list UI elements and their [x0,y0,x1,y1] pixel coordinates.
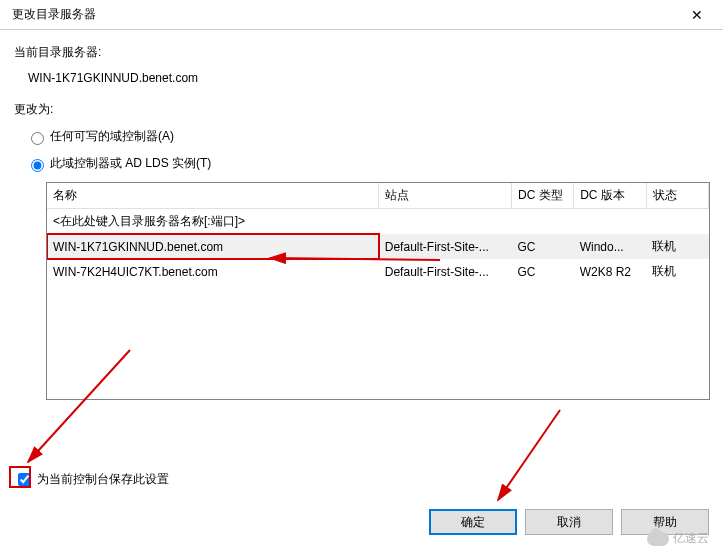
header-dctype[interactable]: DC 类型 [511,183,573,209]
header-dcver[interactable]: DC 版本 [574,183,647,209]
dialog-content: 当前目录服务器: WIN-1K71GKINNUD.benet.com 更改为: … [0,30,723,400]
change-to-label: 更改为: [14,101,709,118]
svg-line-2 [498,410,560,500]
current-server-value: WIN-1K71GKINNUD.benet.com [28,71,709,85]
window-title: 更改目录服务器 [12,6,96,23]
radio-any-label: 任何可写的域控制器(A) [50,128,174,145]
cell-dctype: GC [511,234,573,259]
table-row[interactable]: WIN-7K2H4UIC7KT.benet.com Default-First-… [47,259,709,284]
header-name[interactable]: 名称 [47,183,379,209]
cancel-button[interactable]: 取消 [525,509,613,535]
cell-site: Default-First-Site-... [379,259,512,284]
cell-name: WIN-7K2H4UIC7KT.benet.com [47,259,379,284]
dc-table: 名称 站点 DC 类型 DC 版本 状态 <在此处键入目录服务器名称[:端口]>… [47,183,709,284]
radio-any-input[interactable] [31,132,44,145]
cell-site: Default-First-Site-... [379,234,512,259]
input-row[interactable]: <在此处键入目录服务器名称[:端口]> [47,209,709,235]
header-status[interactable]: 状态 [646,183,708,209]
table-row[interactable]: WIN-1K71GKINNUD.benet.com Default-First-… [47,234,709,259]
radio-this-input[interactable] [31,159,44,172]
help-button[interactable]: 帮助 [621,509,709,535]
cell-status: 联机 [646,259,708,284]
radio-any-writable-dc[interactable]: 任何可写的域控制器(A) [26,128,709,145]
save-setting-input[interactable] [18,473,31,486]
save-setting-label: 为当前控制台保存此设置 [37,471,169,488]
cell-status: 联机 [646,234,708,259]
cell-name: WIN-1K71GKINNUD.benet.com [47,234,379,259]
table-header-row: 名称 站点 DC 类型 DC 版本 状态 [47,183,709,209]
save-setting-checkbox[interactable]: 为当前控制台保存此设置 [14,470,169,489]
dialog-buttons: 确定 取消 帮助 [429,509,709,535]
title-bar: 更改目录服务器 ✕ [0,0,723,30]
server-name-input[interactable]: <在此处键入目录服务器名称[:端口]> [47,209,709,235]
current-server-label: 当前目录服务器: [14,44,709,61]
cell-dcver: Windo... [574,234,647,259]
ok-button[interactable]: 确定 [429,509,517,535]
radio-this-dc-or-lds[interactable]: 此域控制器或 AD LDS 实例(T) [26,155,709,172]
header-site[interactable]: 站点 [379,183,512,209]
radio-this-label: 此域控制器或 AD LDS 实例(T) [50,155,211,172]
close-icon[interactable]: ✕ [683,3,711,27]
dc-table-container: 名称 站点 DC 类型 DC 版本 状态 <在此处键入目录服务器名称[:端口]>… [46,182,710,400]
cell-dcver: W2K8 R2 [574,259,647,284]
cell-dctype: GC [511,259,573,284]
